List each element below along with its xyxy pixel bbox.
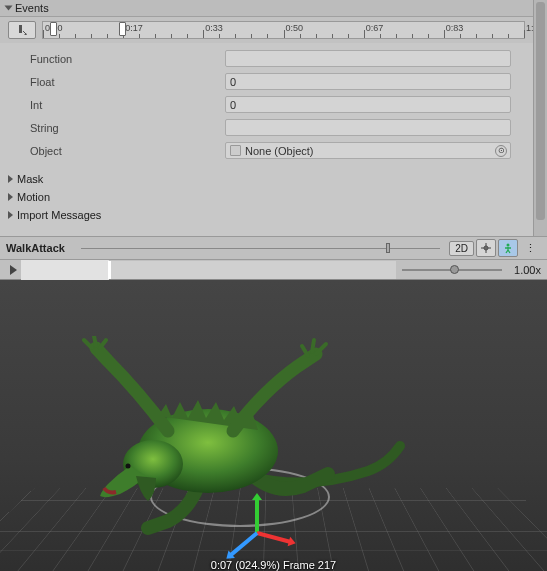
object-picker-icon[interactable]: ⊙: [495, 145, 507, 157]
timeline-minor-tick: [251, 34, 252, 38]
string-label: String: [30, 122, 225, 134]
events-title: Events: [15, 2, 49, 14]
timeline-label: 0:50: [286, 23, 304, 33]
int-field[interactable]: [225, 96, 511, 113]
play-icon: [10, 265, 17, 275]
event-marker[interactable]: [50, 22, 57, 36]
timeline-minor-tick: [332, 34, 333, 38]
mask-label: Mask: [17, 173, 43, 185]
event-properties: Function Float Int String Object None (O…: [0, 43, 533, 170]
preview-scrub-slider[interactable]: [81, 245, 440, 251]
timeline-tick: [524, 30, 525, 38]
slider-handle-icon[interactable]: [386, 243, 390, 253]
timeline-label: 0:67: [366, 23, 384, 33]
function-label: Function: [30, 53, 225, 65]
import-messages-section[interactable]: Import Messages: [0, 206, 533, 224]
object-value: None (Object): [245, 145, 313, 157]
svg-point-2: [507, 244, 510, 247]
timeline-minor-tick: [428, 34, 429, 38]
add-event-button[interactable]: [8, 21, 36, 39]
timeline-tick: [444, 30, 445, 38]
timeline-minor-tick: [171, 34, 172, 38]
timeline-tick: [43, 30, 44, 38]
preview-viewport[interactable]: 0:07 (024.9%) Frame 217: [0, 280, 547, 571]
int-label: Int: [30, 99, 225, 111]
timeline-minor-tick: [476, 34, 477, 38]
object-field[interactable]: None (Object) ⊙: [225, 142, 511, 159]
motion-section[interactable]: Motion: [0, 188, 533, 206]
timeline-minor-tick: [508, 34, 509, 38]
frame-info: 0:07 (024.9%) Frame 217: [0, 559, 547, 571]
timeline-minor-tick: [412, 34, 413, 38]
timeline-label: 0:83: [446, 23, 464, 33]
timeline-minor-tick: [316, 34, 317, 38]
timeline-minor-tick: [267, 34, 268, 38]
options-button[interactable]: ⋮: [520, 239, 540, 257]
timeline-minor-tick: [380, 34, 381, 38]
speed-label: 1.00x: [508, 264, 547, 276]
timeline-minor-tick: [91, 34, 92, 38]
chevron-right-icon: [8, 175, 13, 183]
timeline-minor-tick: [235, 34, 236, 38]
playback-bar: 1.00x: [0, 260, 547, 280]
timeline-minor-tick: [107, 34, 108, 38]
chevron-right-icon: [8, 193, 13, 201]
timeline-minor-tick: [219, 34, 220, 38]
playhead-icon[interactable]: [109, 261, 110, 279]
timeline-minor-tick: [139, 34, 140, 38]
timeline-tick: [284, 30, 285, 38]
svg-rect-0: [19, 25, 22, 33]
mask-section[interactable]: Mask: [0, 170, 533, 188]
float-label: Float: [30, 76, 225, 88]
events-timeline[interactable]: 0:000:170:330:500:670:831:00: [42, 21, 525, 39]
timeline-minor-tick: [348, 34, 349, 38]
clip-name: WalkAttack: [6, 242, 65, 254]
scrub-timeline[interactable]: [28, 261, 396, 279]
float-field[interactable]: [225, 73, 511, 90]
motion-label: Motion: [17, 191, 50, 203]
event-marker[interactable]: [119, 22, 126, 36]
foldout-icon: [5, 6, 13, 11]
y-axis-icon: [255, 499, 259, 535]
import-messages-label: Import Messages: [17, 209, 101, 221]
timeline-minor-tick: [59, 34, 60, 38]
timeline-label: 0:33: [205, 23, 223, 33]
model-preview: [48, 336, 408, 546]
events-timeline-row: 0:000:170:330:500:670:831:00: [0, 17, 533, 43]
events-header[interactable]: Events: [0, 0, 533, 17]
string-field[interactable]: [225, 119, 511, 136]
timeline-label: 0:17: [125, 23, 143, 33]
timeline-tick: [203, 30, 204, 38]
timeline-minor-tick: [460, 34, 461, 38]
speed-slider[interactable]: [402, 261, 502, 279]
2d-toggle-button[interactable]: 2D: [449, 241, 474, 256]
timeline-minor-tick: [396, 34, 397, 38]
slider-handle-icon[interactable]: [450, 265, 459, 274]
function-field[interactable]: [225, 50, 511, 67]
object-type-icon: [230, 145, 241, 156]
timeline-minor-tick: [75, 34, 76, 38]
timeline-tick: [364, 30, 365, 38]
timeline-minor-tick: [187, 34, 188, 38]
preview-toolbar: WalkAttack 2D ⋮: [0, 236, 547, 260]
timeline-minor-tick: [300, 34, 301, 38]
transform-gizmo[interactable]: [232, 457, 282, 517]
pivot-button[interactable]: [476, 239, 496, 257]
object-label: Object: [30, 145, 225, 157]
avatar-button[interactable]: [498, 239, 518, 257]
scrollbar-thumb[interactable]: [536, 2, 545, 220]
svg-point-5: [126, 464, 131, 469]
timeline-minor-tick: [492, 34, 493, 38]
chevron-right-icon: [8, 211, 13, 219]
timeline-minor-tick: [155, 34, 156, 38]
